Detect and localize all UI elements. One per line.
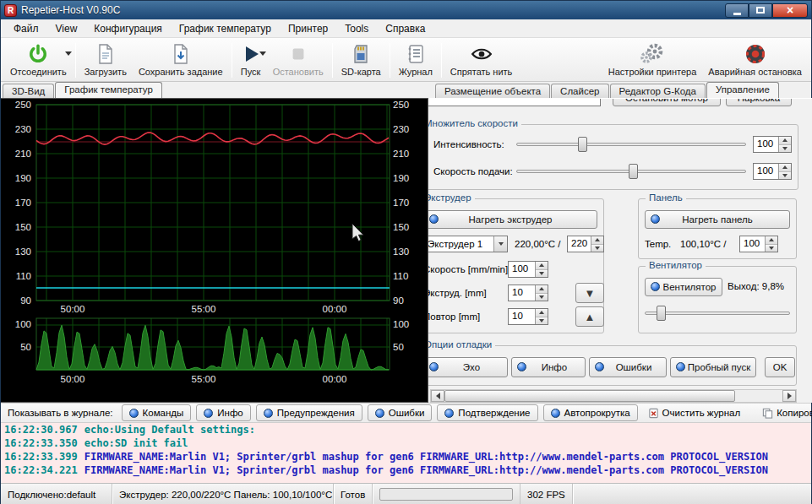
button-label: Вентилятор [663, 282, 717, 292]
spinner-up-arrow[interactable] [779, 137, 791, 145]
fan-speed-slider[interactable] [645, 305, 790, 322]
y-axis-label: 100 [393, 319, 420, 329]
close-button[interactable]: × [772, 3, 808, 18]
chevron-down-icon [259, 51, 266, 56]
heat-extruder-button[interactable]: Нагреть экструдер [428, 210, 597, 229]
clear-log-button[interactable]: Очистить журнал [643, 404, 746, 421]
park-button[interactable]: Парковка [726, 98, 792, 106]
menu-temp-graph[interactable]: График температур [172, 21, 279, 36]
extruder-speed-spinner[interactable]: 100 [508, 261, 548, 278]
disconnect-button[interactable]: Отсоединить [4, 40, 73, 81]
extrude-label: Экструд. [mm] [428, 288, 487, 298]
tab-gcode-editor[interactable]: Редактор G-Кода [610, 84, 706, 98]
ok-button[interactable]: OK [765, 357, 795, 377]
spinner-arrows [591, 236, 603, 252]
retract-amount-spinner[interactable]: 10 [508, 308, 548, 325]
feedrate-spinner[interactable]: 100 [753, 163, 792, 180]
scroll-right-button[interactable] [782, 390, 796, 402]
log-toggle-errors[interactable]: Ошибки [368, 404, 433, 421]
button-label: Ошибки [616, 362, 652, 372]
menu-printer[interactable]: Принтер [281, 21, 335, 36]
toggle-label: Инфо [217, 408, 243, 418]
x-axis-label: 55:00 [185, 374, 222, 384]
tab-object-placement[interactable]: Размещение объекта [435, 84, 550, 98]
bed-target-spinner[interactable]: 100 [739, 236, 778, 252]
hide-filament-button[interactable]: Спрятать нить [444, 40, 518, 81]
window-titlebar[interactable]: R Repetier-Host V0.90C × [1, 1, 811, 19]
extruder-select[interactable]: Экструдер 1 [428, 236, 508, 252]
spinner-down-arrow[interactable] [591, 245, 603, 252]
menu-view[interactable]: View [48, 21, 85, 36]
extruder-target-spinner[interactable]: 220 [567, 236, 604, 252]
log-toggle-ack[interactable]: Подтверждение [437, 404, 537, 421]
tab-manual-control[interactable]: Управление [706, 82, 779, 98]
y-axis-label: 50 [393, 342, 420, 352]
debug-errors-button[interactable]: Ошибки [589, 357, 667, 377]
spinner-down-arrow[interactable] [779, 172, 791, 180]
retract-button[interactable]: ▲ [575, 306, 604, 327]
journal-button[interactable]: Журнал [393, 40, 439, 81]
menu-help[interactable]: Справка [378, 21, 433, 36]
fan-toggle-button[interactable]: Вентилятор [645, 278, 722, 296]
flow-slider[interactable] [516, 136, 746, 153]
horizontal-scrollbar[interactable] [430, 389, 797, 403]
minimize-button[interactable] [725, 3, 749, 18]
spinner-down-arrow[interactable] [766, 245, 777, 252]
tab-3d-view[interactable]: 3D-Вид [3, 84, 54, 98]
extrude-button[interactable]: ▼ [575, 283, 604, 303]
flow-spinner[interactable]: 100 [753, 136, 792, 153]
slider-thumb[interactable] [657, 306, 666, 321]
spinner-up-arrow[interactable] [779, 164, 791, 172]
save-job-button[interactable]: Сохранить задание [133, 40, 229, 81]
tab-slicer[interactable]: Слайсер [551, 84, 608, 98]
connection-status: Подключено:default [1, 484, 112, 504]
spinner-down-arrow[interactable] [536, 270, 548, 278]
minimize-icon [733, 13, 741, 15]
stop-motor-button[interactable]: Остановить мотор [613, 98, 721, 106]
menu-config[interactable]: Конфигурация [86, 21, 170, 36]
log-toggle-info[interactable]: Инфо [196, 404, 250, 421]
toolbar-label: Сохранить задание [139, 67, 223, 77]
sd-card-button[interactable]: SD-карта [335, 40, 387, 81]
maximize-button[interactable] [749, 3, 772, 18]
x-axis-label: 50:00 [54, 304, 91, 314]
spinner-down-arrow[interactable] [536, 294, 548, 301]
spinner-up-arrow[interactable] [536, 262, 548, 270]
x-axis-label: 00:00 [316, 374, 353, 384]
slider-thumb[interactable] [578, 137, 587, 152]
log-output[interactable]: 16:22:30.967echo:Using Default settings:… [1, 423, 811, 483]
menu-tools[interactable]: Tools [337, 21, 376, 36]
log-toggle-commands[interactable]: Команды [122, 404, 192, 421]
toggle-label: Автопрокрутка [564, 408, 630, 418]
load-button[interactable]: Загрузить [79, 40, 133, 81]
spinner-up-arrow[interactable] [766, 236, 777, 245]
extruder-current-temp: 220,00°C / [515, 239, 560, 249]
slider-thumb[interactable] [629, 164, 638, 179]
scrollbar-thumb[interactable] [444, 390, 735, 402]
heat-bed-button[interactable]: Нагреть панель [645, 210, 790, 229]
log-toggle-warnings[interactable]: Предупреждения [256, 404, 362, 421]
spinner-up-arrow[interactable] [591, 236, 603, 245]
debug-dry-run-button[interactable]: Пробный пуск [670, 357, 756, 377]
spinner-down-arrow[interactable] [536, 317, 548, 325]
scroll-left-button[interactable] [431, 390, 444, 402]
y-axis-label: 150 [4, 222, 31, 232]
debug-echo-button[interactable]: Эхо [428, 357, 508, 377]
copy-button[interactable]: Копировать [757, 404, 812, 421]
printer-settings-button[interactable]: Настройки принтера [602, 40, 703, 81]
fan-group: Вентилятор [638, 266, 797, 333]
spinner-up-arrow[interactable] [536, 285, 548, 294]
led-icon [595, 362, 604, 371]
spinner-down-arrow[interactable] [779, 145, 791, 153]
log-toggle-autoscroll[interactable]: Автопрокрутка [543, 404, 638, 421]
scrollbar-track[interactable] [444, 390, 782, 402]
tab-temp-graph[interactable]: График температур [55, 82, 162, 98]
debug-info-button[interactable]: Инфо [511, 357, 586, 377]
emergency-stop-button[interactable]: Аварийная остановка [702, 40, 808, 81]
run-button[interactable]: Пуск [235, 40, 267, 81]
clipped-input[interactable] [428, 98, 601, 106]
feedrate-slider[interactable] [516, 163, 746, 180]
extrude-amount-spinner[interactable]: 10 [508, 285, 548, 301]
spinner-up-arrow[interactable] [536, 309, 548, 317]
menu-file[interactable]: Файл [6, 21, 46, 36]
